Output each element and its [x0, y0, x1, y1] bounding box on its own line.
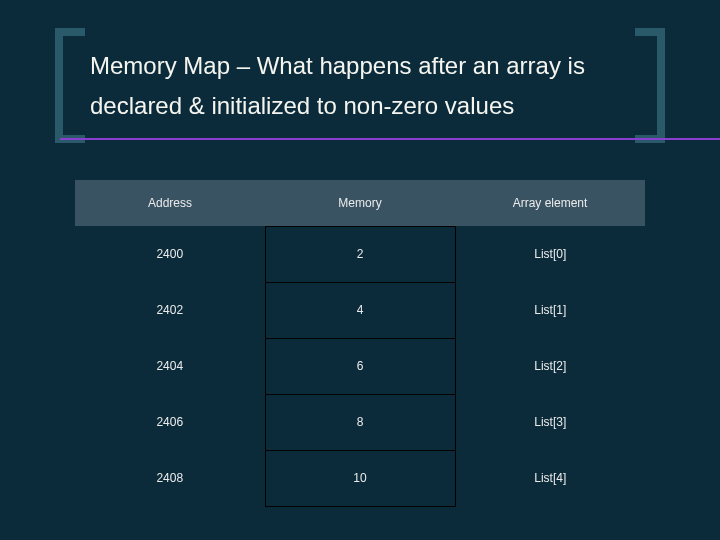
cell-address: 2404 — [75, 338, 265, 394]
cell-memory: 10 — [265, 450, 455, 506]
cell-address: 2406 — [75, 394, 265, 450]
table-header-row: Address Memory Array element — [75, 180, 645, 226]
table-row: 2408 10 List[4] — [75, 450, 645, 506]
header-address: Address — [75, 180, 265, 226]
table-row: 2404 6 List[2] — [75, 338, 645, 394]
cell-memory: 6 — [265, 338, 455, 394]
title-wrap: Memory Map – What happens after an array… — [60, 40, 660, 135]
table-row: 2402 4 List[1] — [75, 282, 645, 338]
slide: Memory Map – What happens after an array… — [0, 0, 720, 540]
cell-memory: 2 — [265, 226, 455, 282]
cell-address: 2402 — [75, 282, 265, 338]
cell-element: List[1] — [455, 282, 645, 338]
table-row: 2406 8 List[3] — [75, 394, 645, 450]
cell-element: List[3] — [455, 394, 645, 450]
header-element: Array element — [455, 180, 645, 226]
cell-address: 2400 — [75, 226, 265, 282]
cell-element: List[0] — [455, 226, 645, 282]
header-memory: Memory — [265, 180, 455, 226]
cell-element: List[4] — [455, 450, 645, 506]
slide-title: Memory Map – What happens after an array… — [60, 40, 660, 135]
memory-map-table: Address Memory Array element 2400 2 List… — [75, 180, 645, 507]
cell-address: 2408 — [75, 450, 265, 506]
cell-memory: 4 — [265, 282, 455, 338]
title-underline — [60, 138, 720, 140]
cell-memory: 8 — [265, 394, 455, 450]
table-row: 2400 2 List[0] — [75, 226, 645, 282]
cell-element: List[2] — [455, 338, 645, 394]
